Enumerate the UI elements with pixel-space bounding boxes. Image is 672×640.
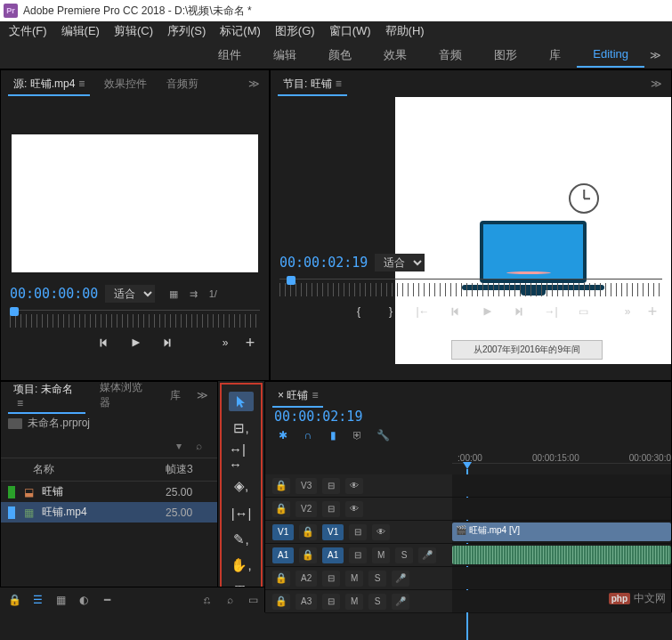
voice-over-button[interactable]: 🎤: [392, 594, 409, 610]
export-frame-button[interactable]: +: [644, 304, 660, 320]
lock-track-button[interactable]: 🔒: [299, 547, 317, 563]
filter-icon[interactable]: ▾: [176, 440, 189, 452]
menu-marker[interactable]: 标记(M): [213, 21, 268, 41]
sync-lock-button[interactable]: ⊟: [322, 478, 340, 494]
workspace-assembly[interactable]: 组件: [202, 42, 257, 69]
source-preview[interactable]: [12, 134, 258, 272]
toggle-track-output-button[interactable]: 👁: [345, 501, 363, 517]
workspace-effects[interactable]: 效果: [368, 42, 423, 69]
freeform-view-icon[interactable]: ◐: [77, 593, 91, 607]
track-select-tool[interactable]: ⊟,: [229, 418, 254, 438]
track-content[interactable]: [452, 498, 671, 520]
play-button[interactable]: [479, 304, 495, 320]
workspace-editing[interactable]: Editing: [577, 42, 644, 68]
mute-button[interactable]: M: [345, 594, 363, 610]
menu-clip[interactable]: 剪辑(C): [107, 21, 160, 41]
source-scrubber[interactable]: [10, 310, 260, 328]
mute-button[interactable]: M: [345, 571, 363, 587]
voice-over-button[interactable]: 🎤: [392, 571, 409, 587]
column-name[interactable]: 名称: [8, 462, 166, 477]
track-target-button[interactable]: V1: [322, 524, 344, 540]
track-content[interactable]: [452, 567, 671, 589]
timeline-tab[interactable]: × 旺铺≡: [269, 385, 327, 407]
mark-in-button[interactable]: {: [351, 304, 367, 320]
readonly-toggle-icon[interactable]: 🔒: [7, 593, 21, 607]
panel-menu-icon[interactable]: ≡: [312, 389, 318, 401]
timeline-ruler[interactable]: :00:00 00:00:15:00 00:00:30:0: [452, 446, 671, 464]
menu-graphics[interactable]: 图形(G): [268, 21, 322, 41]
source-patch-button[interactable]: A1: [272, 547, 294, 563]
sync-lock-button[interactable]: ⊟: [349, 524, 367, 540]
toggle-track-output-button[interactable]: 👁: [345, 478, 363, 494]
timeline-playhead[interactable]: [463, 462, 472, 469]
track-label[interactable]: A3: [296, 594, 317, 610]
project-item-video[interactable]: ▦ 旺铺.mp4 25.00: [1, 502, 217, 523]
track-content[interactable]: [452, 544, 671, 566]
ripple-edit-tool[interactable]: ↔|↔: [229, 444, 254, 469]
go-to-in-button[interactable]: |←: [415, 304, 431, 320]
timeline-timecode[interactable]: 00:00:02:19: [265, 409, 671, 425]
track-label[interactable]: V2: [296, 501, 317, 517]
lift-button[interactable]: ▭: [575, 304, 591, 320]
effect-controls-tab[interactable]: 效果控件: [95, 73, 156, 95]
track-content[interactable]: [452, 474, 671, 497]
selection-tool[interactable]: [229, 392, 254, 411]
wrench-icon[interactable]: 🔧: [376, 428, 390, 442]
lock-track-button[interactable]: 🔒: [272, 594, 290, 610]
workspace-color[interactable]: 颜色: [312, 42, 368, 69]
rate-stretch-tool[interactable]: ◈,: [229, 476, 254, 496]
voice-over-button[interactable]: 🎤: [418, 547, 436, 563]
overflow-icon[interactable]: »: [619, 304, 636, 320]
icon-view-icon[interactable]: ▦: [53, 593, 68, 607]
panel-menu-icon[interactable]: ≡: [78, 77, 85, 90]
column-framerate[interactable]: 帧速3: [166, 462, 210, 477]
lock-track-button[interactable]: 🔒: [272, 478, 290, 494]
overflow-icon[interactable]: »: [217, 335, 233, 351]
workspace-library[interactable]: 库: [533, 42, 577, 69]
workspace-overflow-icon[interactable]: ≫: [644, 49, 667, 61]
zoom-slider[interactable]: ━: [100, 593, 114, 607]
track-content[interactable]: 🎬 旺铺.mp4 [V]: [452, 521, 671, 543]
solo-button[interactable]: S: [368, 571, 386, 587]
menu-file[interactable]: 文件(F): [2, 21, 54, 41]
snap-icon[interactable]: ✱: [276, 428, 290, 442]
sync-lock-button[interactable]: ⊟: [322, 571, 340, 587]
pen-tool[interactable]: ✎,: [229, 530, 254, 549]
panel-menu-icon[interactable]: ≡: [336, 77, 342, 90]
step-back-button[interactable]: [447, 304, 463, 320]
play-button[interactable]: [127, 335, 143, 351]
audio-clip[interactable]: [452, 546, 671, 564]
step-forward-button[interactable]: [159, 335, 175, 351]
program-zoom-select[interactable]: 适合: [375, 254, 425, 271]
add-marker-icon[interactable]: ▮: [326, 428, 340, 442]
toggle-track-output-button[interactable]: 👁: [372, 524, 390, 540]
list-view-icon[interactable]: ☰: [30, 593, 45, 607]
search-icon[interactable]: ⌕: [196, 440, 208, 452]
source-tab[interactable]: 源: 旺铺.mp4≡: [4, 73, 93, 95]
go-to-out-button[interactable]: →|: [543, 304, 559, 320]
panel-overflow-icon[interactable]: ≫: [645, 77, 668, 90]
lock-track-button[interactable]: 🔒: [299, 524, 317, 540]
workspace-audio[interactable]: 音频: [423, 42, 478, 69]
lock-track-button[interactable]: 🔒: [272, 501, 290, 517]
solo-button[interactable]: S: [395, 547, 413, 563]
project-item-sequence[interactable]: ⬓ 旺铺 25.00: [1, 482, 217, 502]
track-target-button[interactable]: A1: [322, 547, 344, 563]
program-tab[interactable]: 节目: 旺铺≡: [274, 73, 351, 95]
find-icon[interactable]: ⌕: [223, 593, 237, 607]
lock-track-button[interactable]: 🔒: [272, 571, 290, 587]
hand-tool[interactable]: ✋,: [229, 556, 254, 576]
step-back-button[interactable]: [95, 335, 111, 351]
panel-overflow-icon[interactable]: ≫: [191, 389, 214, 401]
solo-button[interactable]: S: [368, 594, 386, 610]
workspace-graphics[interactable]: 图形: [478, 42, 533, 69]
insert-button[interactable]: +: [242, 335, 258, 351]
slip-tool[interactable]: |↔|: [229, 503, 254, 523]
panel-menu-icon[interactable]: ≡: [17, 397, 23, 409]
workspace-editing-cn[interactable]: 编辑: [257, 42, 312, 69]
source-patch-button[interactable]: V1: [272, 524, 294, 540]
program-scrubber[interactable]: [279, 279, 662, 296]
settings-icon[interactable]: ▦: [167, 288, 180, 300]
menu-sequence[interactable]: 序列(S): [160, 21, 213, 41]
libraries-tab[interactable]: 库: [161, 385, 190, 407]
